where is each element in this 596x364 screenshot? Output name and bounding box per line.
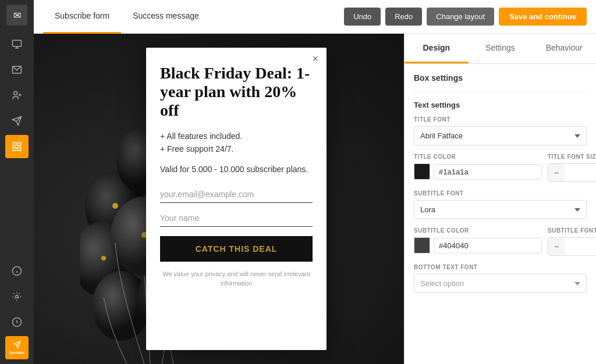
svg-point-28 <box>112 203 118 209</box>
change-layout-button[interactable]: Change layout <box>427 8 494 26</box>
title-color-label: TITLE COLOR <box>414 154 542 160</box>
title-font-size-label: TITLE FONT SIZE <box>548 154 596 160</box>
panel-tabs: Design Settings Behaviour <box>405 34 596 64</box>
content-area: × Black Friday Deal: 1-year plan with 20… <box>34 34 596 364</box>
sidebar-item-info[interactable] <box>5 259 29 283</box>
sidebar-item-list[interactable] <box>5 135 29 158</box>
svg-rect-12 <box>18 148 21 151</box>
subtitle-font-label: SUBTITLE FONT <box>414 190 587 197</box>
title-color-swatch[interactable] <box>414 163 430 180</box>
title-size-decrease[interactable]: − <box>548 164 565 181</box>
subtitle-color-size-row: SUBTITLE COLOR SUBTITLE FONT SIZE − + <box>414 227 587 256</box>
sidebar-item-send[interactable] <box>5 109 29 133</box>
sidebar-item-settings[interactable] <box>5 285 29 308</box>
title-font-size-input: − + <box>548 163 596 182</box>
title-font-select[interactable]: Abril Fatface <box>414 126 587 145</box>
name-input[interactable] <box>160 210 313 227</box>
panel-tab-design[interactable]: Design <box>405 34 469 63</box>
cta-button[interactable]: CATCH THIS DEAL <box>160 236 313 262</box>
bottom-text-font-label: BOTTOM TEXT FONT <box>414 264 587 270</box>
panel-tab-settings[interactable]: Settings <box>469 34 533 63</box>
panel-content: Box settings Text settings TITLE FONT Ab… <box>405 64 596 311</box>
subtitle-color-label: SUBTITLE COLOR <box>414 227 542 234</box>
topbar-tabs: Subscribe form Success message <box>43 0 344 34</box>
undo-button[interactable]: Undo <box>344 8 381 26</box>
title-color-col: TITLE COLOR <box>414 154 542 182</box>
subtitle-color-col: SUBTITLE COLOR <box>414 227 542 256</box>
canvas: × Black Friday Deal: 1-year plan with 20… <box>34 34 404 364</box>
tab-success-message[interactable]: Success message <box>121 0 211 34</box>
subscribe-popup: × Black Friday Deal: 1-year plan with 20… <box>146 48 327 350</box>
title-color-size-row: TITLE COLOR TITLE FONT SIZE − + <box>414 154 587 182</box>
popup-subtitle: + All features included. + Free support … <box>160 130 313 156</box>
title-font-size-col: TITLE FONT SIZE − + <box>548 154 596 182</box>
subtitle-color-row <box>414 237 542 254</box>
redo-button[interactable]: Redo <box>385 8 422 26</box>
title-font-label: TITLE FONT <box>414 116 587 123</box>
main-area: Subscribe form Success message Undo Redo… <box>34 0 596 364</box>
sender-label: Sender <box>9 350 24 355</box>
subtitle-size-decrease[interactable]: − <box>548 238 565 255</box>
box-settings-title: Box settings <box>414 73 587 83</box>
text-settings-title: Text settings <box>414 101 587 109</box>
subtitle-size-value[interactable] <box>565 240 596 254</box>
bottom-text-font-select[interactable]: Select option <box>414 274 587 293</box>
title-color-row <box>414 163 542 180</box>
svg-rect-10 <box>18 142 21 145</box>
svg-rect-11 <box>13 148 16 151</box>
popup-valid-text: Valid for 5.000 - 10.000 subscriber plan… <box>160 163 313 176</box>
save-continue-button[interactable]: Save and continue <box>499 8 587 26</box>
svg-rect-9 <box>13 142 16 145</box>
subtitle-font-select[interactable]: Lora <box>414 200 587 219</box>
sidebar-sender[interactable]: Sender <box>5 336 29 359</box>
sidebar-item-email[interactable] <box>5 58 29 81</box>
logo[interactable]: ✉ <box>6 5 27 26</box>
svg-point-16 <box>16 295 19 298</box>
svg-point-4 <box>14 91 17 95</box>
svg-rect-0 <box>13 40 22 47</box>
subtitle-color-swatch[interactable] <box>414 237 430 254</box>
subtitle-font-size-input: − + <box>548 237 596 256</box>
subtitle-font-size-label: SUBTITLE FONT SIZE <box>548 227 596 234</box>
sidebar: ✉ Sender <box>0 0 34 364</box>
email-input[interactable] <box>160 186 313 203</box>
divider-1 <box>414 92 587 92</box>
popup-title: Black Friday Deal: 1-year plan with 20% … <box>160 64 313 120</box>
title-color-input[interactable] <box>434 164 542 180</box>
topbar: Subscribe form Success message Undo Redo… <box>34 0 596 34</box>
right-panel: Design Settings Behaviour Box settings T… <box>404 34 596 364</box>
tab-subscribe-form[interactable]: Subscribe form <box>43 0 121 34</box>
svg-point-31 <box>101 256 106 260</box>
title-size-value[interactable] <box>565 166 596 180</box>
sidebar-item-monitor[interactable] <box>5 33 29 56</box>
subtitle-color-input[interactable] <box>434 238 542 254</box>
sidebar-item-contacts[interactable] <box>5 84 29 107</box>
topbar-actions: Undo Redo Change layout Save and continu… <box>344 8 587 26</box>
subtitle-font-size-col: SUBTITLE FONT SIZE − + <box>548 227 596 256</box>
popup-privacy-text: We value your privacy and will never sen… <box>160 270 313 288</box>
popup-close-button[interactable]: × <box>312 53 318 64</box>
sidebar-item-logout[interactable] <box>5 311 29 334</box>
panel-tab-behaviour[interactable]: Behaviour <box>532 34 596 63</box>
sidebar-bottom: Sender <box>5 259 29 359</box>
